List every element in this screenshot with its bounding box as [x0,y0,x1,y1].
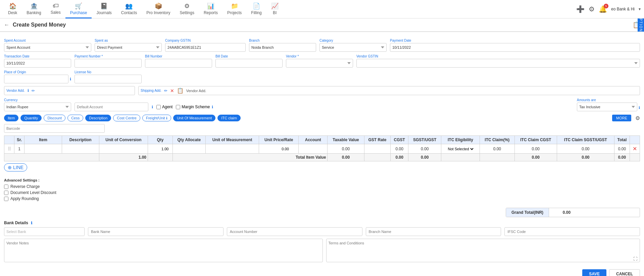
shipping-add-close-icon[interactable]: ✕ [170,88,174,93]
margin-scheme-checkbox[interactable] [176,105,180,109]
delete-row-button[interactable]: ✕ [633,146,637,152]
nav-banking[interactable]: 🏦 Banking [22,0,46,18]
col-btn-itc-claim[interactable]: ITC claim [217,115,240,121]
col-btn-quantity[interactable]: Quantity [20,115,42,121]
qty-cell[interactable] [148,144,173,154]
barcode-input[interactable] [4,124,105,133]
col-btn-cost-centre[interactable]: Cost Centre [113,115,140,121]
branch-name-input[interactable] [366,227,501,236]
vendor-add-edit-icon[interactable]: ✏ [32,88,35,93]
ifsc-code-input[interactable] [504,227,640,236]
back-button[interactable]: ← [4,22,9,28]
vendor-select[interactable] [286,59,353,68]
qty-input[interactable] [152,147,168,151]
default-account-input[interactable] [75,103,148,111]
unit-price-input[interactable] [269,147,289,151]
qty-allocate-cell[interactable] [172,144,205,154]
currency-select[interactable]: Indian Rupee [4,103,71,111]
drag-cell[interactable]: ⠿ [4,144,14,154]
cancel-button[interactable]: CANCEL [609,269,640,276]
nav-bi[interactable]: 📈 BI [266,0,283,18]
itc-eligibility-select[interactable]: Not Selected [447,147,475,151]
desc-input[interactable] [67,147,94,151]
add-icon[interactable]: ➕ [576,5,585,13]
col-description: Description [62,136,99,144]
doc-level-discount-check[interactable]: Document Level Discount [4,190,640,195]
unit-price-cell[interactable] [259,144,299,154]
totals-label: Total Item Value [172,154,328,161]
add-line-button[interactable]: ⊕ LINE [4,163,27,171]
account-number-input[interactable] [227,227,362,236]
nav-desk[interactable]: 🏠 Desk [3,0,22,18]
spent-account-select[interactable]: Spent Account [4,43,91,52]
place-of-origin-select[interactable] [4,75,68,83]
bill-date-input[interactable] [215,59,283,68]
col-btn-discount[interactable]: Discount [44,115,65,121]
payment-date-input[interactable] [390,43,640,52]
bill-number-input[interactable] [145,59,212,68]
shipping-add-input[interactable] [208,89,638,93]
nav-contacts[interactable]: 👥 Contacts [116,0,142,18]
contacts-icon: 👥 [125,2,133,10]
options-panel[interactable]: OPTIONS [638,18,644,32]
payment-number-input[interactable] [75,59,142,68]
col-btn-item[interactable]: Item [4,115,18,121]
apply-rounding-checkbox[interactable] [4,197,8,201]
license-no-input[interactable] [75,75,142,83]
shipping-add-edit-icon[interactable]: ✏ [164,88,167,93]
unit-meas-cell[interactable] [205,144,259,154]
account-cell[interactable] [299,144,328,154]
more-button[interactable]: MORE [612,115,631,121]
agent-checkbox[interactable] [156,105,161,109]
itc-eligibility-cell[interactable]: Not Selected [441,144,480,154]
desc-cell[interactable] [62,144,99,154]
reverse-charge-check[interactable]: Reverse Charge [4,184,640,189]
amounts-are-select[interactable]: Tax Inclusive [577,103,637,111]
chevron-down-icon[interactable]: ▾ [639,7,641,11]
nav-projects[interactable]: 📁 Projects [222,0,246,18]
item-cell[interactable] [24,144,62,154]
gst-rate-cell[interactable] [364,144,391,154]
doc-level-discount-checkbox[interactable] [4,191,8,195]
copy-addr-icon[interactable]: 📋 [177,87,184,94]
account-input[interactable] [303,147,323,151]
unit-meas-input[interactable] [219,147,246,151]
nav-purchase[interactable]: 🛒 Purchase [65,0,92,18]
banking-icon: 🏦 [30,2,38,10]
reverse-charge-checkbox[interactable] [4,185,8,189]
table-settings-icon[interactable]: ⚙ [635,115,640,121]
save-button[interactable]: SAVE [582,269,606,276]
category-select[interactable]: Service [319,43,387,52]
company-gstin-input[interactable] [165,43,246,52]
col-btn-description[interactable]: Description [85,115,111,121]
unit-conv-input[interactable] [113,147,134,151]
nav-filling[interactable]: 📄 Filling [246,0,266,18]
col-btn-freight-unit[interactable]: Freight/Unit ℹ [142,115,171,121]
col-btn-unit-of-measurement[interactable]: Unit Of Measurement [173,115,216,121]
transaction-date-input[interactable] [4,59,71,68]
gst-rate-input[interactable] [369,147,386,151]
gear-icon[interactable]: ⚙ [589,5,595,13]
vendor-notes-textarea[interactable] [4,239,323,262]
nav-pro-inventory[interactable]: 📦 Pro Inventory [142,0,175,18]
nav-journals[interactable]: 📓 Journals [92,0,116,18]
branch-input[interactable] [249,43,316,52]
nav-settings[interactable]: ⚙ Settings [175,0,199,18]
apply-rounding-check[interactable]: Apply Rounding [4,196,640,201]
spent-as-select[interactable]: Direct Payment [95,43,162,52]
terms-expand-icon[interactable]: ⛶ [633,257,637,261]
vendor-add-input[interactable] [36,89,133,93]
qty-allocate-input[interactable] [179,147,199,151]
col-btn-cess[interactable]: Cess [67,115,83,121]
bell-icon[interactable]: 🔔 5 [599,5,607,13]
vendor-gstin-select[interactable] [356,59,640,68]
nav-sales[interactable]: 🏷 Sales [46,0,65,18]
bank-name-input[interactable] [88,227,224,236]
item-input[interactable] [30,147,57,151]
unit-conv-cell[interactable] [99,144,148,154]
nav-right: ➕ ⚙ 🔔 5 eo Bank & Hi ▾ [576,5,641,13]
nav-reports[interactable]: 📊 Reports [199,0,222,18]
terms-textarea[interactable] [326,239,640,262]
delete-cell[interactable]: ✕ [630,144,640,154]
select-bank-select[interactable]: Select Bank [4,227,85,236]
